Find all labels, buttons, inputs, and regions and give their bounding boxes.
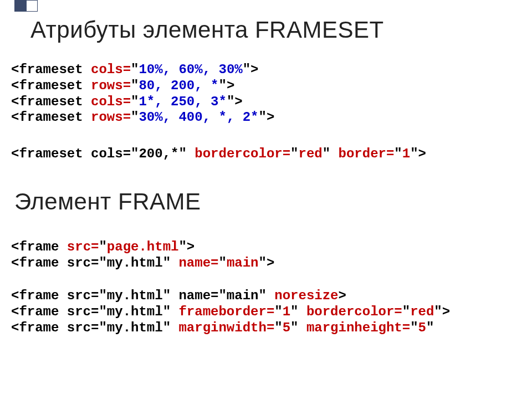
code-quote: " <box>394 146 402 161</box>
code-attr: cols= <box>91 62 131 77</box>
code-text: "> <box>243 62 259 77</box>
code-text: <frame src="my.html" <box>11 255 178 270</box>
code-attr: noresize <box>274 288 338 303</box>
code-value-highlight: red <box>410 304 434 319</box>
code-value-highlight: 5 <box>283 320 290 335</box>
code-value-highlight: 1 <box>402 146 410 161</box>
code-text: <frameset <box>11 62 91 77</box>
code-attr: src= <box>67 239 99 254</box>
code-quote: " <box>274 320 282 335</box>
code-attr: cols= <box>91 94 131 109</box>
code-quote: " <box>274 304 282 319</box>
code-block-frameset-examples: <frameset cols="10%, 60%, 30%"> <framese… <box>11 62 274 126</box>
code-block-frameset-border: <frameset cols="200,*" bordercolor="red"… <box>11 146 426 162</box>
code-text: "> <box>410 146 426 161</box>
code-attr: marginwidth= <box>178 320 274 335</box>
code-text: <frameset <box>11 94 91 109</box>
code-quote: " <box>131 62 139 77</box>
code-value: 80, 200, * <box>139 78 218 93</box>
slide: Атрибуты элемента FRAMESET <frameset col… <box>0 0 532 399</box>
code-attr: bordercolor= <box>306 304 402 319</box>
code-text: "> <box>434 304 450 319</box>
code-attr: rows= <box>91 78 131 93</box>
code-attr: rows= <box>91 110 131 125</box>
section-heading-frameset: Атрибуты элемента FRAMESET <box>30 17 384 43</box>
code-attr: bordercolor= <box>195 146 290 161</box>
code-value-highlight: 5 <box>418 320 426 335</box>
code-text: <frameset <box>11 78 91 93</box>
bullet-bar <box>14 0 38 12</box>
code-value-highlight: main <box>227 255 259 270</box>
code-text: " <box>323 146 339 161</box>
code-text: <frame src="my.html" name="main" <box>11 288 274 303</box>
code-text: "> <box>259 110 275 125</box>
bullet-empty-icon <box>26 0 38 12</box>
code-quote: " <box>131 78 139 93</box>
code-text: " <box>290 320 306 335</box>
code-attr: name= <box>178 255 218 270</box>
code-attr: frameborder= <box>178 304 274 319</box>
code-text: "> <box>178 239 195 254</box>
code-block-frame-src-name: <frame src="page.html"> <frame src="my.h… <box>11 239 274 272</box>
code-attr: marginheight= <box>306 320 410 335</box>
section-heading-frame: Элемент FRAME <box>14 188 201 215</box>
code-text: "> <box>227 94 243 109</box>
code-text: " <box>426 320 434 335</box>
code-value-highlight: page.html <box>107 239 179 254</box>
bullet-filled-icon <box>14 0 26 12</box>
code-text: <frame <box>11 239 67 254</box>
code-text: " <box>290 304 306 319</box>
code-text: > <box>339 288 346 303</box>
code-value-highlight: 1 <box>283 304 290 319</box>
code-value: 1*, 250, 3* <box>139 94 226 109</box>
code-quote: " <box>402 304 410 319</box>
code-value-highlight: red <box>299 146 323 161</box>
code-quote: " <box>99 239 106 254</box>
code-text: <frame src="my.html" <box>11 320 178 335</box>
code-value: 30%, 400, *, 2* <box>139 110 258 125</box>
code-text: "> <box>258 255 274 270</box>
code-text: <frameset <box>11 110 91 125</box>
code-quote: " <box>218 255 226 270</box>
code-text: "> <box>218 78 234 93</box>
code-text: <frame src="my.html" <box>11 304 178 319</box>
code-quote: " <box>410 320 418 335</box>
code-value: 10%, 60%, 30% <box>139 62 242 77</box>
code-attr: border= <box>339 146 395 161</box>
code-block-frame-attrs: <frame src="my.html" name="main" noresiz… <box>11 288 450 336</box>
code-quote: " <box>290 146 298 161</box>
code-quote: " <box>131 94 139 109</box>
code-text: <frameset cols="200,*" <box>11 146 195 161</box>
code-quote: " <box>131 110 139 125</box>
